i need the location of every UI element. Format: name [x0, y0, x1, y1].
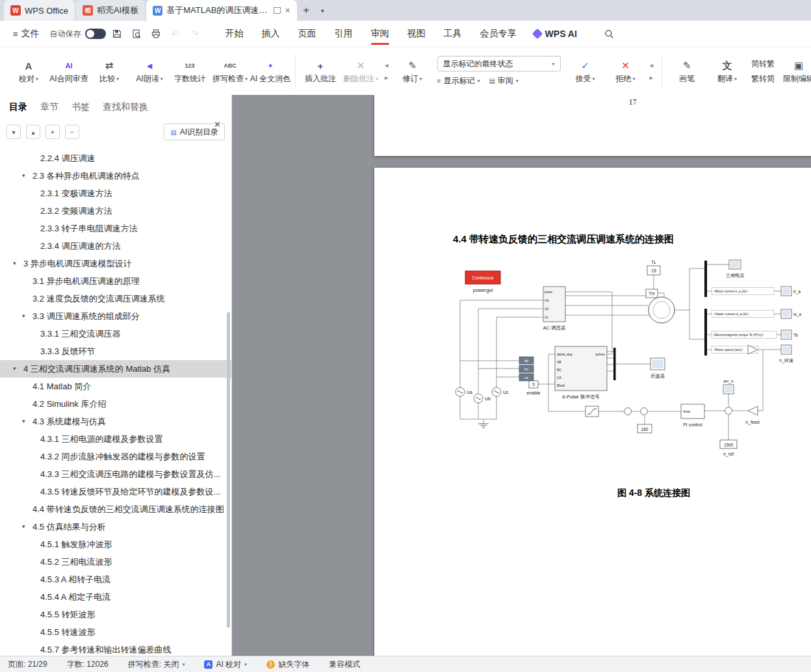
toc-item[interactable]: 4.5.4 A 相定子电流: [0, 588, 231, 606]
review-pane-button[interactable]: ▤ 审阅▾: [489, 75, 518, 86]
to-simplified-button[interactable]: 繁转简: [751, 73, 775, 84]
menu-tab[interactable]: 页面: [289, 21, 326, 47]
zoom-out-button[interactable]: −: [65, 125, 79, 139]
panel-close-icon[interactable]: ✕: [214, 120, 221, 129]
spell-check-button[interactable]: ABC 拼写检查▾: [211, 50, 250, 93]
tab-active-document[interactable]: W 基于MATLAB的调压调速控制 ✕: [146, 0, 297, 21]
toc-item[interactable]: 4.5.5 转速波形: [0, 623, 231, 641]
new-tab-button[interactable]: +: [297, 0, 315, 21]
scope-is: is_a: [781, 309, 801, 318]
toc-item[interactable]: 3.3 调压调速系统的组成部分: [0, 307, 231, 325]
toc-item[interactable]: 2.3.1 变极调速方法: [0, 185, 231, 202]
svg-text:TL: TL: [651, 260, 656, 265]
status-spell-check[interactable]: 拼写检查: 关闭▾: [128, 659, 185, 670]
word-count-button[interactable]: 123 字数统计: [170, 50, 209, 93]
bus-selector-top: [704, 261, 707, 297]
accept-button[interactable]: ✓ 接受▾: [566, 50, 605, 93]
svg-text:BC: BC: [557, 368, 561, 372]
toc-item[interactable]: 4.3 系统建模与仿真: [0, 413, 231, 430]
toc-item[interactable]: 3.3.1 三相交流调压器: [0, 325, 231, 342]
close-tab-icon[interactable]: ✕: [285, 6, 290, 15]
file-menu-button[interactable]: ≡ 文件: [8, 28, 45, 40]
toc-item[interactable]: 4.3.5 转速反馈环节及给定环节的建模及参数设...: [0, 483, 231, 500]
document-page[interactable]: 4.4 带转速负反馈的三相交流调压调速系统的连接图: [374, 168, 811, 656]
toc-item[interactable]: 2.2.4 调压调速: [0, 149, 231, 167]
expand-all-button[interactable]: ▴: [26, 125, 40, 139]
toc-item[interactable]: 4.5.2 三相电流波形: [0, 553, 231, 571]
panel-tab[interactable]: 查找和替换: [103, 101, 148, 113]
toc-item[interactable]: 3.2 速度负反馈的交流调压调速系统: [0, 290, 231, 307]
tab-docer-templates[interactable]: 稻 稻壳AI模板: [76, 0, 145, 21]
toc-item[interactable]: 4.5.3 A 相转子电流: [0, 571, 231, 588]
redo-icon[interactable]: ↷: [187, 26, 203, 42]
restrict-edit-button[interactable]: ▣ 限制编辑: [779, 50, 811, 93]
tab-list-chevron-icon[interactable]: ▾: [315, 0, 329, 21]
status-ai-proof[interactable]: AAI 校对▾: [204, 659, 247, 670]
collapse-all-button[interactable]: ▾: [6, 125, 21, 139]
toc-item[interactable]: 4.3.2 同步流脉冲触发器的建模与参数的设置: [0, 448, 231, 465]
panel-tab[interactable]: 章节: [40, 101, 58, 113]
zoom-in-button[interactable]: +: [45, 125, 60, 139]
window-mode-icon[interactable]: [274, 7, 281, 14]
menu-tab[interactable]: 视图: [398, 21, 435, 47]
tab-wps-office[interactable]: W WPS Office: [4, 0, 75, 21]
ai-polish-button[interactable]: ✦ AI 全文润色: [251, 50, 290, 93]
translate-button[interactable]: 文 翻译▾: [708, 50, 747, 93]
toc-item[interactable]: 2.3 各种异步电机调速的特点: [0, 167, 231, 185]
track-changes-button[interactable]: ✎ 修订▾: [393, 50, 432, 93]
document-page-prev[interactable]: 17: [374, 95, 811, 156]
menu-tab[interactable]: 插入: [253, 21, 289, 47]
delete-comment-button[interactable]: ✕ 删除批注▾: [341, 50, 380, 93]
toc-item[interactable]: 4.5.1 触发脉冲波形: [0, 536, 231, 553]
autosave-toggle[interactable]: [85, 29, 106, 39]
toc-item[interactable]: 4.5.5 转矩波形: [0, 606, 231, 623]
toc-item[interactable]: 3 异步电机调压调速模型设计: [0, 255, 231, 272]
panel-tab[interactable]: 书签: [71, 101, 90, 113]
markup-state-select[interactable]: 显示标记的最终状态▾: [437, 56, 561, 71]
print-icon[interactable]: [148, 26, 164, 42]
panel-tab[interactable]: 目录: [9, 101, 27, 113]
status-page[interactable]: 页面: 21/29: [8, 659, 47, 670]
status-word-count[interactable]: 字数: 12026: [67, 659, 109, 670]
status-missing-font[interactable]: !缺失字体: [266, 659, 309, 670]
next-comment-icon[interactable]: ▸: [385, 74, 389, 81]
toc-item[interactable]: 2.3.3 转子串电阻调速方法: [0, 220, 231, 237]
status-compat-mode[interactable]: 兼容模式: [329, 659, 360, 670]
menu-tab[interactable]: 引用: [326, 21, 362, 47]
prev-change-icon[interactable]: ◂: [650, 62, 654, 69]
toc-item[interactable]: 4.3.3 三相交流调压电路的建模与参数设置及仿...: [0, 465, 231, 483]
ai-contract-review-button[interactable]: AI AI合同审查: [49, 50, 88, 93]
toc-item[interactable]: 4.3.1 三相电源的建模及参数设置: [0, 430, 231, 448]
toc-scrollbar-thumb[interactable]: [227, 312, 230, 628]
toc-item[interactable]: 3.1 异步电机调压调速的原理: [0, 272, 231, 290]
search-icon[interactable]: [604, 29, 614, 39]
prev-comment-icon[interactable]: ◂: [385, 62, 389, 69]
undo-icon[interactable]: ↶: [167, 26, 184, 42]
brush-button[interactable]: ✎ 画笔: [667, 50, 706, 93]
insert-comment-button[interactable]: + 插入批注: [301, 50, 340, 93]
print-preview-icon[interactable]: [128, 26, 145, 42]
toc-item[interactable]: 2.3.4 调压调速的方法: [0, 237, 231, 255]
menu-tab[interactable]: 工具: [435, 21, 471, 47]
toc-item[interactable]: 2.3.2 变频调速方法: [0, 202, 231, 220]
menu-tab[interactable]: 会员专享: [471, 21, 526, 47]
toc-item[interactable]: 4.5 仿真结果与分析: [0, 518, 231, 536]
show-markup-button[interactable]: ≡ 显示标记▾: [437, 75, 480, 86]
proofread-button[interactable]: A 校对▾: [9, 50, 48, 93]
toc-item[interactable]: 4.4 带转速负反馈的三相交流调压调速系统的连接图: [0, 500, 231, 518]
menu-tab[interactable]: 审阅: [362, 21, 398, 47]
page-number: 17: [374, 97, 811, 107]
to-traditional-button[interactable]: 简转繁: [751, 58, 775, 70]
toc-item[interactable]: 4.1 Matlab 简介: [0, 378, 231, 395]
menu-tab[interactable]: 开始: [216, 21, 253, 47]
toc-item[interactable]: 3.3.3 反馈环节: [0, 342, 231, 360]
reject-button[interactable]: ✕ 拒绝▾: [606, 50, 645, 93]
wps-ai-button[interactable]: WPS AI: [534, 29, 577, 39]
ai-read-button[interactable]: ◀ AI朗读▾: [130, 50, 169, 93]
toc-item[interactable]: 4.5.7 参考转速和输出转速偏差曲线: [0, 641, 231, 656]
compare-button[interactable]: ⇄ 比较▾: [90, 50, 129, 93]
toc-item[interactable]: 4 三相交流调压调速系统的 Matlab 仿真: [0, 360, 231, 378]
save-icon[interactable]: [109, 26, 125, 42]
toc-item[interactable]: 4.2 Simulink 库介绍: [0, 395, 231, 413]
next-change-icon[interactable]: ▸: [650, 74, 654, 81]
